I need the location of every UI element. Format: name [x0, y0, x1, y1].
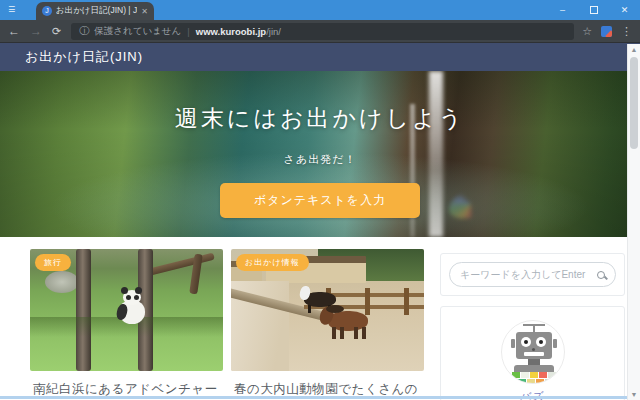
maximize-button[interactable]	[578, 0, 609, 20]
hero-heading: 週末にはお出かけしよう	[175, 103, 465, 134]
post-thumbnail-panda[interactable]: 旅行	[30, 249, 223, 371]
browser-tab[interactable]: J お出かけ日記(JIN) | Just an… ✕	[36, 2, 154, 20]
panda-figure	[115, 290, 149, 324]
tab-favicon-icon: J	[42, 6, 52, 16]
browser-menu-icon[interactable]: ⋮	[621, 25, 632, 38]
page-scrollbar[interactable]: ▲ ▼	[627, 44, 640, 400]
profile-avatar[interactable]	[501, 320, 565, 384]
panda-scene-log	[145, 253, 215, 277]
post-card-panda[interactable]: 旅行 南紀白浜にあるアドベンチャーワールドでパンダやイルカのショーを見てき	[30, 249, 223, 400]
panda-scene-rock	[45, 271, 79, 293]
url-path: /jin/	[266, 26, 281, 37]
window-controls: – ✕	[547, 0, 640, 20]
browser-toolbar: ← → ⟳ ⓘ 保護されていません | www.kuroobi.jp /jin/…	[0, 20, 640, 43]
search-icon[interactable]	[597, 271, 605, 279]
extension-icon[interactable]	[601, 26, 612, 37]
omnibox-separator: |	[187, 26, 189, 37]
reload-icon[interactable]: ⟳	[52, 25, 61, 38]
hero-section: 週末にはお出かけしよう さあ出発だ！ ボタンテキストを入力	[0, 71, 640, 237]
security-status-text: 保護されていません	[94, 25, 181, 38]
url-host: www.kuroobi.jp	[196, 26, 266, 37]
pony-scene-post	[404, 288, 409, 315]
profile-widget: バズ	[440, 306, 625, 400]
address-bar[interactable]: ⓘ 保護されていません | www.kuroobi.jp /jin/	[71, 23, 574, 40]
maximize-icon	[590, 6, 598, 14]
sidebar: バズ	[440, 253, 625, 400]
footer-strip	[0, 396, 627, 399]
browser-logo-icon: ☰	[8, 5, 22, 15]
search-box[interactable]	[449, 262, 616, 287]
tab-title: お出かけ日記(JIN) | Just an…	[56, 5, 137, 17]
forward-icon: →	[30, 24, 42, 38]
panda-scene-pole	[76, 249, 91, 371]
bookmark-star-icon[interactable]: ☆	[582, 25, 592, 38]
hero-cta-button[interactable]: ボタンテキストを入力	[220, 183, 420, 218]
minimize-button[interactable]: –	[547, 0, 578, 20]
scrollbar-up-icon[interactable]: ▲	[628, 46, 640, 53]
toolbar-right: ☆ ⋮	[582, 25, 632, 38]
search-input[interactable]	[460, 269, 597, 280]
site-info-icon[interactable]: ⓘ	[79, 24, 89, 38]
main-content: 旅行 南紀白浜にあるアドベンチャーワールドでパンダやイルカのショーを見てき お出…	[0, 237, 640, 399]
tab-close-icon[interactable]: ✕	[141, 7, 148, 16]
site-title[interactable]: お出かけ日記(JIN)	[25, 48, 143, 66]
category-badge[interactable]: お出かけ情報	[236, 254, 309, 271]
close-button[interactable]: ✕	[609, 0, 640, 20]
category-badge[interactable]: 旅行	[35, 254, 71, 271]
browser-titlebar: ☰ J お出かけ日記(JIN) | Just an… ✕ – ✕	[0, 0, 640, 20]
back-icon[interactable]: ←	[8, 24, 20, 38]
scrollbar-down-icon[interactable]: ▼	[628, 391, 640, 398]
search-widget	[440, 253, 625, 296]
robot-pixels-art	[512, 372, 556, 378]
post-thumbnail-pony[interactable]: お出かけ情報	[231, 249, 424, 371]
site-header: お出かけ日記(JIN)	[0, 43, 640, 71]
post-card-pony[interactable]: お出かけ情報 春の大内山動物園でた	[231, 249, 424, 400]
scrollbar-thumb[interactable]	[630, 57, 638, 149]
pony-figure-front	[320, 303, 372, 339]
hero-subheading: さあ出発だ！	[284, 152, 357, 167]
